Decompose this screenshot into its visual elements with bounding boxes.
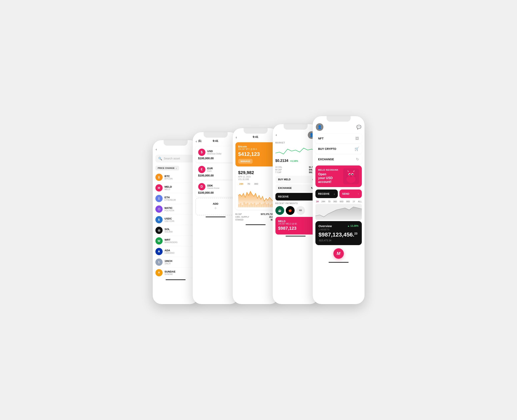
tab-7d[interactable]: 7D [246,182,251,186]
receive-button[interactable]: RECEIVE [275,193,316,201]
btc-price: $412,123 [238,151,273,157]
nft-section[interactable]: NFT 🖼 [315,134,362,143]
ddk-details: DDK Danish Krone [207,184,220,189]
asset-symbol: MATIC [165,207,174,210]
buy-meld-label: BUY MELD [278,178,291,181]
neobank-desc: Open your USD account! [318,172,341,184]
receive-label: RECEIVE [318,192,330,195]
tab-90d[interactable]: 90D [345,200,351,203]
apple-icon[interactable]: 🍎 [286,206,295,215]
sol-info: SOL SOLANA [165,228,173,233]
buy-meld-button[interactable]: BUY MELD › [275,176,316,183]
exchange-button[interactable]: EXCHANGE ↻ [275,184,316,192]
btc-subtitle: 234,567 BTC @ $0.4 [238,148,273,150]
meld-info: MELD MELD [165,185,172,190]
matic-icon: ⬡ [155,205,162,213]
list-item[interactable]: 🍦 SUNDAE SUNDAE [155,268,196,278]
tab-24h[interactable]: 24H [321,200,326,203]
list-item[interactable]: Ξ ETH ETHEREUM [155,193,196,204]
other-payment-icon[interactable]: HX [296,206,305,215]
sol-icon: ◎ [155,227,162,234]
list-item[interactable]: W WRT WINGRIDERS [155,236,196,246]
coin-fullname: Danish Krone [207,187,220,189]
neobank-title: MELD NEOBANK [318,169,341,171]
chat-icon[interactable]: 💬 [356,125,362,129]
user-avatar[interactable]: 👤 [316,123,323,131]
balance-main: $987,123,456. [319,232,355,238]
list-item[interactable]: ₿ BTC BITCOIN [155,172,196,183]
tab-30d[interactable]: 30D [332,200,338,203]
tab-7d[interactable]: 7D [327,200,331,203]
exchange-icon: ↻ [356,157,359,161]
starbucks-icon[interactable]: ☕ [275,206,284,215]
send-button[interactable]: SEND ↑ [340,189,362,198]
back-button[interactable]: ‹ [196,139,197,143]
svg-rect-15 [264,202,266,207]
neobank-line2: your USD [318,176,333,180]
balance-cents: 23 [355,232,358,235]
neobank-text: MELD NEOBANK Open your USD account! [318,169,341,184]
home-indicator [206,217,226,217]
exchange-label: EXCHANGE [278,187,292,189]
mcap-row: M CAP $46.6m [275,169,316,171]
home-indicator [286,236,306,237]
receive-button[interactable]: RECEIVE ↓ [315,189,338,198]
buy-crypto-section[interactable]: BUY CRYPTO 🛒 [315,144,362,154]
svg-point-32 [353,174,353,174]
nft-icon: 🖼 [355,136,359,141]
svg-rect-9 [254,203,255,207]
back-button[interactable]: ‹ [156,147,157,151]
coin-fullname: Euro [207,170,213,172]
overview-assets: 1 ASSETS [319,229,359,231]
back-button[interactable]: ‹ [236,135,237,139]
list-item[interactable]: M MELD MELD [155,183,196,193]
balance-usd[interactable]: $ USD American Dollar $100,000.00 [195,146,236,162]
tab-1y[interactable]: 1Y [352,200,356,203]
exchange-section[interactable]: EXCHANGE ↻ [315,154,362,164]
phone-finance: ‹ 9:41 Fi $ USD American Dollar $100,000… [192,132,239,304]
list-item[interactable]: $ USDC USD COIN [155,215,196,225]
tab-60d[interactable]: 60D [339,200,344,203]
time-display: 9:41 [213,139,218,142]
price-value: $0.2134 [275,159,288,163]
asset-name: BITCOIN [165,178,173,180]
asset-symbol: BTC [165,175,173,178]
balance-ddk[interactable]: D DDK Danish Krone $100,000.00 [195,181,236,197]
coin-symbol: DDK [207,184,220,187]
add-card-button[interactable]: ADD + [195,198,236,215]
phone-market: ‹ 👤 MARKET $0.2134 +4.34% 24 VOL $1.74m … [273,124,319,304]
filter-button[interactable]: PRICE CHANGE ↓ [155,166,179,171]
asset-name: SOLANA [165,231,173,233]
time-display: 9:41 [253,135,258,138]
back-button[interactable]: ‹ [276,133,277,137]
tab-all[interactable]: ALL [357,200,362,203]
manage-button[interactable]: MANAGE [238,159,253,164]
tab-mix[interactable]: MIX [364,200,364,203]
list-item[interactable]: ₳ ADA CARDANO [155,246,196,257]
svg-rect-14 [262,203,264,207]
bitcoin-chart [238,187,273,207]
neobank-banner[interactable]: MELD NEOBANK Open your USD account! [315,165,362,187]
search-box[interactable]: 🔍 Search asset [155,155,196,163]
overview-card: Overview ▲ 12.26% 1 ASSETS $987,123,456.… [315,221,362,245]
usdc-info: USDC USD COIN [165,217,174,222]
home-indicator [246,224,266,225]
list-item[interactable]: ◎ SOL SOLANA [155,225,196,236]
list-item[interactable]: ⬡ MATIC POLYGON [155,204,196,215]
phone4-header: ‹ 👤 [273,124,319,141]
svg-rect-5 [247,203,248,207]
coin-balance: $100,000.00 [198,191,233,194]
asset-list: ₿ BTC BITCOIN M MELD MELD Ξ ETH ETHEREUM [153,172,199,278]
svg-rect-7 [250,203,251,207]
asset-symbol: ADA [165,249,175,252]
receive-icon: ↓ [334,192,335,195]
receive-label: RECEIVE [278,195,289,198]
tab-24h[interactable]: 24H [238,182,245,186]
meld-fab-button[interactable]: M [333,248,344,259]
tab-1h[interactable]: 1H [315,200,320,203]
meld-icon: M [155,184,162,191]
list-item[interactable]: 1 1INCH 1INCH [155,257,196,268]
balance-eur[interactable]: € EUR Euro $100,000.00 [195,164,236,180]
eur-details: EUR Euro [207,167,213,172]
tab-30d[interactable]: 30D [253,182,259,186]
